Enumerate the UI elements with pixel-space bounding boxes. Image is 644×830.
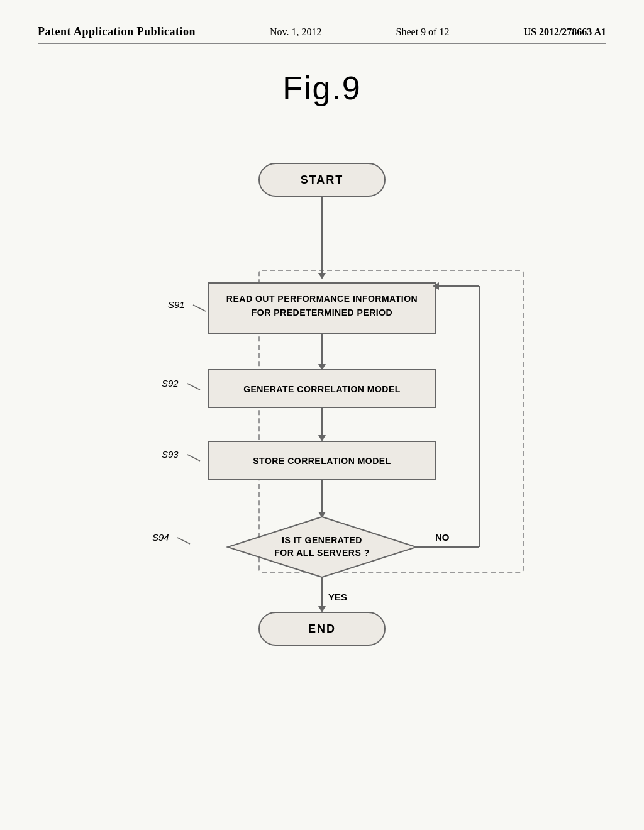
start-label: START <box>301 174 344 186</box>
yes-label: YES <box>328 592 347 602</box>
s94-label: S94 <box>152 532 169 543</box>
page: Patent Application Publication Nov. 1, 2… <box>0 0 644 830</box>
s93-text: STORE CORRELATION MODEL <box>253 456 391 466</box>
arrowhead-s92-to-s93 <box>318 435 326 441</box>
s94-tick <box>177 538 190 544</box>
s94-diamond-shape <box>228 517 416 577</box>
s91-label: S91 <box>168 299 185 310</box>
end-label: END <box>308 622 336 635</box>
page-header: Patent Application Publication Nov. 1, 2… <box>38 25 606 44</box>
s91-text-line1: READ OUT PERFORMANCE INFORMATION <box>226 294 418 304</box>
flowchart-diagram: START S91 READ OUT PERFORMANCE INFORMATI… <box>64 145 580 698</box>
s93-label: S93 <box>162 449 179 460</box>
patent-number: US 2012/278663 A1 <box>523 26 606 38</box>
s91-tick <box>193 305 206 311</box>
s92-label: S92 <box>162 378 179 389</box>
figure-title: Fig.9 <box>38 69 606 107</box>
s91-text-line2: FOR PREDETERMINED PERIOD <box>252 307 392 318</box>
arrowhead-yes-branch <box>318 606 326 612</box>
publication-label: Patent Application Publication <box>38 25 196 38</box>
s94-text-line2: FOR ALL SERVERS ? <box>274 548 369 558</box>
date-label: Nov. 1, 2012 <box>270 26 322 38</box>
s92-text: GENERATE CORRELATION MODEL <box>243 384 401 394</box>
s92-tick <box>187 384 200 390</box>
arrowhead-start-to-s91 <box>318 273 326 279</box>
s94-text-line1: IS IT GENERATED <box>282 535 362 545</box>
no-label: NO <box>435 532 450 543</box>
s93-tick <box>187 455 200 461</box>
sheet-label: Sheet 9 of 12 <box>396 26 450 38</box>
